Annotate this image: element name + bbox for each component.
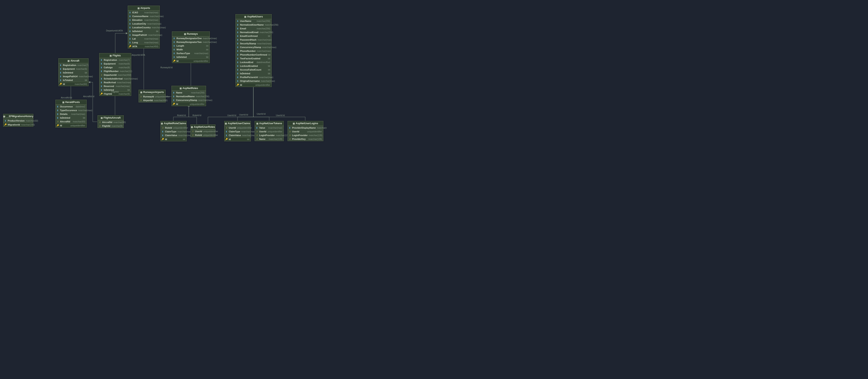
table-ra[interactable]: ▦RunwaysAirports⚷RunwayIduniqueidentifie… xyxy=(138,90,166,102)
column-row[interactable]: ▮ProviderDisplayNamenvarchar(max) xyxy=(288,126,323,130)
table-users[interactable]: ▦AspNetUsers▮UserNamenvarchar(256)▮Norma… xyxy=(236,14,272,87)
column-row[interactable]: ▮LocationCountrynvarchar(max) xyxy=(128,26,160,29)
column-row[interactable]: ▮Equipmentnvarchar(6) xyxy=(99,62,131,66)
column-row[interactable]: ▮PasswordHashnvarchar(max) xyxy=(236,38,272,42)
table-roles[interactable]: ▦AspNetRoles▮Namenvarchar(256)▮Normalize… xyxy=(172,86,206,106)
column-row[interactable]: ▮NormalizedUserNamenvarchar(256) xyxy=(236,23,272,27)
column-row[interactable]: ▮Equipmentnvarchar(6) xyxy=(59,67,88,71)
table-herald[interactable]: ▦HeraldPosts▮Occurrencedatetime2▮TypeOcc… xyxy=(55,100,87,128)
column-row[interactable]: ⚷ProviderKeynvarchar(128) xyxy=(288,137,323,141)
column-row[interactable]: ▮ScheduledArrivalnvarchar(max) xyxy=(99,77,131,80)
column-row[interactable]: ▮ImagePathUrlnvarchar(max) xyxy=(59,74,88,78)
table-runways[interactable]: ▦Runways▮RunwayDesignatorOnenvarchar(max… xyxy=(172,31,210,63)
table-flights[interactable]: ▦Flights▮Registrationnvarchar(7)▮Equipme… xyxy=(99,53,131,96)
column-row[interactable]: ▮AccessFailedCountint xyxy=(236,68,272,72)
table-header[interactable]: ▦AspNetRoles xyxy=(172,86,206,91)
column-row[interactable]: ⚷AircraftIdnvarchar(60) xyxy=(98,120,124,124)
column-row[interactable]: ⚷UserIduniqueidentifier xyxy=(191,130,215,133)
column-row[interactable]: ▮Callsignnvarchar(8) xyxy=(99,66,131,69)
table-tokens[interactable]: ▦AspNetUserTokens▮Valuenvarchar(max)⚷Use… xyxy=(255,121,284,141)
column-row[interactable]: ▮ClaimTypenvarchar(max) xyxy=(224,130,251,133)
column-row[interactable]: 🔑MigrationIdnvarchar(150) xyxy=(3,123,33,127)
column-row[interactable]: ⚷RoleIduniqueidentifier xyxy=(161,126,186,130)
column-row[interactable]: ▮NormalizedNamenvarchar(256) xyxy=(172,95,206,98)
column-row[interactable]: ▮Widthint xyxy=(172,48,210,51)
column-row[interactable]: ▮ProductVersionnvarchar(32) xyxy=(3,119,33,123)
column-row[interactable]: ▮LockoutEnabledbit xyxy=(236,64,272,68)
column-row[interactable]: ▮ConcurrencyStampnvarchar(max) xyxy=(236,45,272,49)
column-row[interactable]: ▮IsDeletedbit xyxy=(236,72,272,75)
column-row[interactable]: ⚷UserIduniqueidentifier xyxy=(224,126,251,130)
table-roleclaims[interactable]: ▦AspNetRoleClaims⚷RoleIduniqueidentifier… xyxy=(160,121,187,141)
column-row[interactable]: ▮NormalizedEmailnvarchar(256) xyxy=(236,30,272,34)
column-row[interactable]: ▮Lengthint xyxy=(172,44,210,48)
column-row[interactable]: ▮PhoneNumbernvarchar(max) xyxy=(236,49,272,53)
column-row[interactable]: ▮RunwayDesignatorTwonvarchar(max) xyxy=(172,40,210,44)
table-header[interactable]: ▦HeraldPosts xyxy=(56,100,87,105)
column-row[interactable]: ▮TwoFactorEnabledbit xyxy=(236,57,272,60)
column-row[interactable]: ▮ICAOnvarchar(max) xyxy=(128,11,160,14)
table-header[interactable]: ▦Airports xyxy=(128,6,160,11)
column-row[interactable]: ▮ClaimValuenvarchar(max) xyxy=(161,133,186,137)
column-row[interactable]: ⚷Namenvarchar(128) xyxy=(255,137,284,141)
column-row[interactable]: ▮Latnvarchar(max) xyxy=(128,37,160,41)
column-row[interactable]: ⚷RunwayIduniqueidentifier xyxy=(139,95,165,98)
column-row[interactable]: ▮Valuenvarchar(max) xyxy=(255,126,284,130)
column-row[interactable]: ▮OriginalUsernamenvarchar(max) xyxy=(236,79,272,83)
table-header[interactable]: ▦FlightsAircraft xyxy=(98,115,124,120)
table-header[interactable]: ▦RunwaysAirports xyxy=(139,90,165,95)
column-row[interactable]: ▮Elevationnvarchar(max) xyxy=(128,18,160,22)
column-row[interactable]: ▮UserNamenvarchar(256) xyxy=(236,19,272,23)
column-row[interactable]: 🔑Idint xyxy=(161,137,186,141)
column-row[interactable]: 🔑Idnvarchar(60) xyxy=(59,82,88,86)
column-row[interactable]: ▮RealArrivalnvarchar(max) xyxy=(99,80,131,84)
table-header[interactable]: ▦AspNetUserTokens xyxy=(255,121,284,126)
table-userclaims[interactable]: ▦AspNetUserClaims⚷UserIduniqueidentifier… xyxy=(224,121,251,141)
column-row[interactable]: ▮LocationCitynvarchar(max) xyxy=(128,22,160,26)
column-row[interactable]: 🔑Iduniqueidentifier xyxy=(236,83,272,87)
column-row[interactable]: ▮TypeOccurencenvarchar(max) xyxy=(56,108,87,112)
table-ef[interactable]: ▦__EFMigrationsHistory▮ProductVersionnva… xyxy=(3,114,33,127)
column-row[interactable]: ▮Registrationnvarchar(7) xyxy=(59,63,88,67)
column-row[interactable]: ▮ImagePathUrlnvarchar(max) xyxy=(128,33,160,37)
column-row[interactable]: ▮IsDeletedbit xyxy=(172,55,210,59)
column-row[interactable]: ▮SurfaceTypenvarchar(max) xyxy=(172,51,210,55)
table-userroles[interactable]: ▦AspNetUserRoles⚷UserIduniqueidentifier⚷… xyxy=(190,125,215,137)
table-header[interactable]: ▦AspNetUserClaims xyxy=(224,121,251,126)
table-header[interactable]: ▦AspNetUserRoles xyxy=(191,125,215,130)
column-row[interactable]: ⚷RoleIduniqueidentifier xyxy=(191,133,215,137)
table-aircraft[interactable]: ▦Aircraft▮Registrationnvarchar(7)▮Equipm… xyxy=(58,58,89,86)
column-row[interactable]: ▮Registrationnvarchar(7) xyxy=(99,58,131,62)
column-row[interactable]: ▮Longnvarchar(max) xyxy=(128,41,160,44)
table-header[interactable]: ▦__EFMigrationsHistory xyxy=(3,114,33,119)
column-row[interactable]: ▮Namenvarchar(256) xyxy=(172,91,206,95)
table-header[interactable]: ▦Flights xyxy=(99,53,131,58)
column-row[interactable]: ▮FlightNumbernvarchar(12) xyxy=(99,69,131,73)
column-row[interactable]: ▮ClaimValuenvarchar(max) xyxy=(224,133,251,137)
table-airports[interactable]: ▦Airports▮ICAOnvarchar(max)▮CommonNamenv… xyxy=(128,6,160,48)
column-row[interactable]: ▮PhoneNumberConfirmedbit xyxy=(236,53,272,57)
column-row[interactable]: 🔑Iduniqueidentifier xyxy=(172,59,210,63)
column-row[interactable]: ▮IsTotaledbit xyxy=(59,78,88,82)
table-header[interactable]: ▦Aircraft xyxy=(59,59,88,63)
column-row[interactable]: ⚷LoginProvidernvarchar(128) xyxy=(288,133,323,137)
column-row[interactable]: ⚷AircraftIdnvarchar(60) xyxy=(56,120,87,124)
column-row[interactable]: ⚷FlightIdnvarchar(9) xyxy=(98,124,124,128)
column-row[interactable]: ⚷LoginProvidernvarchar(128) xyxy=(255,133,284,137)
column-row[interactable]: ▮IsDeletedbit xyxy=(56,116,87,120)
column-row[interactable]: ▮RunwayDesignatorOnenvarchar(max) xyxy=(172,36,210,40)
column-row[interactable]: 🔑Iduniqueidentifier xyxy=(172,102,206,106)
table-header[interactable]: ▦Runways xyxy=(172,32,210,36)
column-row[interactable]: 🔑IATAnvarchar(450) xyxy=(128,44,160,48)
column-row[interactable]: ▮ConcurrencyStampnvarchar(max) xyxy=(172,98,206,102)
column-row[interactable]: ▮SecurityStampnvarchar(max) xyxy=(236,42,272,45)
column-row[interactable]: ▮IsDeletedbit xyxy=(128,29,160,33)
column-row[interactable]: ▮LockoutEnddatetimeoffset xyxy=(236,60,272,64)
column-row[interactable]: 🔑Iduniqueidentifier xyxy=(56,124,87,127)
column-row[interactable]: ▮Occurrencedatetime2 xyxy=(56,105,87,108)
table-header[interactable]: ▦AspNetUserLogins xyxy=(288,121,323,126)
column-row[interactable]: ▮Detailsnvarchar(max) xyxy=(56,112,87,116)
column-row[interactable]: 🔑Idint xyxy=(224,137,251,141)
table-logins[interactable]: ▦AspNetUserLogins▮ProviderDisplayNamenva… xyxy=(287,121,323,141)
column-row[interactable]: ▮ClaimTypenvarchar(max) xyxy=(161,130,186,133)
